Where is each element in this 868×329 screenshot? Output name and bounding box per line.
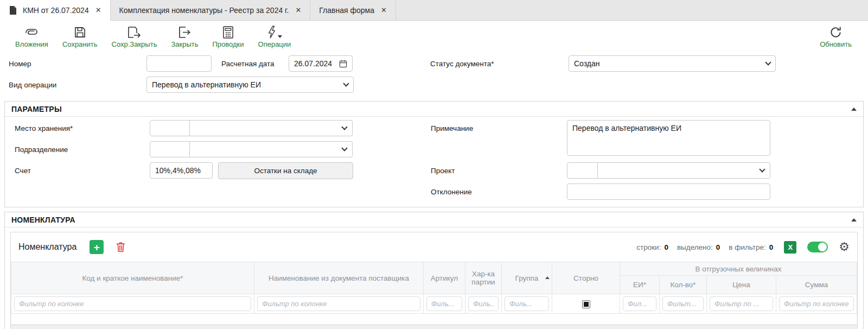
nomenclature-panel: НОМЕНКЛАТУРА Номенклатура + строки: 0 вы… [4,212,864,329]
tab-close-icon[interactable]: ✕ [381,6,387,14]
nomenclature-table: Код и краткое наименование* Наименование… [11,262,857,325]
selected-count-label: выделено: [677,243,713,251]
column-header-batch-char[interactable]: Хар-ка партии [465,262,502,294]
tab-label: Главная форма [319,6,374,15]
project-code-input[interactable] [567,162,598,179]
project-select[interactable] [598,162,770,179]
column-header-group[interactable]: Группа [502,262,552,294]
tab-label: Комплектация номенклатуры - Реестр за 20… [119,6,289,15]
operation-kind-value: Перевод в альтернативную ЕИ [152,80,261,89]
toolbar-label: Сохр.Закрыть [112,40,157,48]
column-header-code-name[interactable]: Код и краткое наименование* [11,262,254,294]
filter-toggle[interactable] [807,242,828,252]
nomenclature-header: НОМЕНКЛАТУРА [5,212,863,227]
postings-button[interactable]: Проводки [212,24,244,48]
chevron-down-icon [341,124,347,130]
checkbox-indeterminate-mark [584,302,589,307]
close-button[interactable]: Закрыть [171,24,198,48]
storage-label: Место хранения* [15,124,73,132]
filtered-count-label: в фильтре: [729,243,765,251]
grid-horizontal-scrollbar[interactable] [11,325,857,329]
calendar-icon [339,60,347,68]
add-row-button[interactable]: + [90,240,104,254]
division-select[interactable] [190,141,353,157]
calc-date-label: Расчетная дата [221,60,275,68]
attachments-button[interactable]: Вложения [15,24,48,48]
save-close-icon [127,24,142,39]
filter-input-code-name[interactable] [14,296,251,311]
operation-kind-select[interactable]: Перевод в альтернативную ЕИ [146,77,354,93]
deviation-input[interactable] [567,184,770,200]
column-header-sum[interactable]: Сумма [776,276,857,294]
save-close-button[interactable]: Сохр.Закрыть [112,24,157,48]
filter-input-article[interactable] [426,296,462,311]
account-label: Счет [15,167,31,175]
tab-close-icon[interactable]: ✕ [295,6,301,14]
trash-icon [116,241,126,253]
nomenclature-title: НОМЕНКЛАТУРА [11,216,75,224]
account-input[interactable] [150,162,213,179]
toolbar-label: Обновить [820,40,852,48]
division-label: Подразделение [15,145,68,154]
document-header-form: Номер Расчетная дата 26.07.2024 Статус д… [0,52,868,98]
column-header-supplier-doc-name[interactable]: Наименование из документа поставщика [254,262,424,294]
group-header-shipping-units: В отгрузочных величинах [620,262,857,276]
parameters-panel: ПАРАМЕТРЫ Место хранения* Подразделение … [4,101,864,207]
save-button[interactable]: Сохранить [62,24,98,48]
note-textarea[interactable]: Перевод в альтернативную ЕИ [567,120,770,156]
division-code-input[interactable] [150,141,190,157]
nomenclature-grid-panel: Номенклатура + строки: 0 выделено: 0 в ф… [10,232,858,329]
column-header-unit[interactable]: ЕИ* [620,276,660,294]
exit-icon [177,24,192,39]
column-header-quantity[interactable]: Кол-во* [660,276,707,294]
grid-toolbar: Номенклатура + строки: 0 выделено: 0 в ф… [11,232,857,262]
calc-date-value: 26.07.2024 [294,59,332,68]
rows-count-value: 0 [664,243,668,251]
refresh-button[interactable]: Обновить [820,24,852,48]
tab-main-form[interactable]: Главная форма ✕ [310,0,396,20]
stock-balance-button[interactable]: Остатки на складе [218,162,353,179]
filter-input-quantity[interactable] [662,296,704,311]
filter-input-group[interactable] [505,296,549,311]
toolbar-label: Сохранить [62,40,98,48]
tab-close-icon[interactable]: ✕ [95,6,101,14]
chevron-down-icon [765,59,771,65]
operation-kind-label: Вид операции [9,81,56,89]
storage-field [150,120,353,136]
project-field [567,162,770,179]
storage-code-input[interactable] [150,120,190,136]
paperclip-icon [23,24,40,39]
number-input[interactable] [146,55,212,72]
toolbar-label: Вложения [15,40,48,48]
tab-registry[interactable]: Комплектация номенклатуры - Реестр за 20… [111,0,311,20]
rows-count-label: строки: [636,243,661,251]
settings-gear-icon[interactable]: ⚙ [839,241,850,253]
filter-input-unit[interactable] [623,296,656,311]
filter-input-batch-char[interactable] [468,296,499,311]
project-label: Проект [431,167,455,175]
collapse-icon[interactable] [851,107,857,111]
column-header-price[interactable]: Цена [707,276,776,294]
toolbar: Вложения Сохранить Сохр.Закрыть Закрыть … [0,21,868,52]
storage-select[interactable] [190,120,353,136]
filter-input-sum[interactable] [779,296,854,311]
column-header-article[interactable]: Артикул [424,262,465,294]
parameters-body: Место хранения* Подразделение Счет Остат… [5,117,863,207]
tab-kmn-document[interactable]: КМН от 26.07.2024 ✕ [0,0,111,21]
filter-input-supplier-doc-name[interactable] [257,296,420,311]
operations-button[interactable]: Операции [258,24,291,48]
calculator-icon [222,24,234,39]
calc-date-field[interactable]: 26.07.2024 [289,55,353,72]
filter-input-price[interactable] [710,296,773,311]
toolbar-label: Закрыть [171,40,198,48]
column-header-storno[interactable]: Сторно [552,262,620,294]
deviation-label: Отклонение [431,188,472,196]
status-value: Создан [574,59,600,68]
chevron-down-icon [759,166,765,172]
excel-export-button[interactable]: X [784,241,796,254]
save-icon [73,24,87,39]
delete-row-button[interactable] [116,241,126,253]
status-select[interactable]: Создан [569,55,776,72]
storno-filter-checkbox[interactable] [582,300,590,308]
collapse-icon[interactable] [851,218,857,222]
